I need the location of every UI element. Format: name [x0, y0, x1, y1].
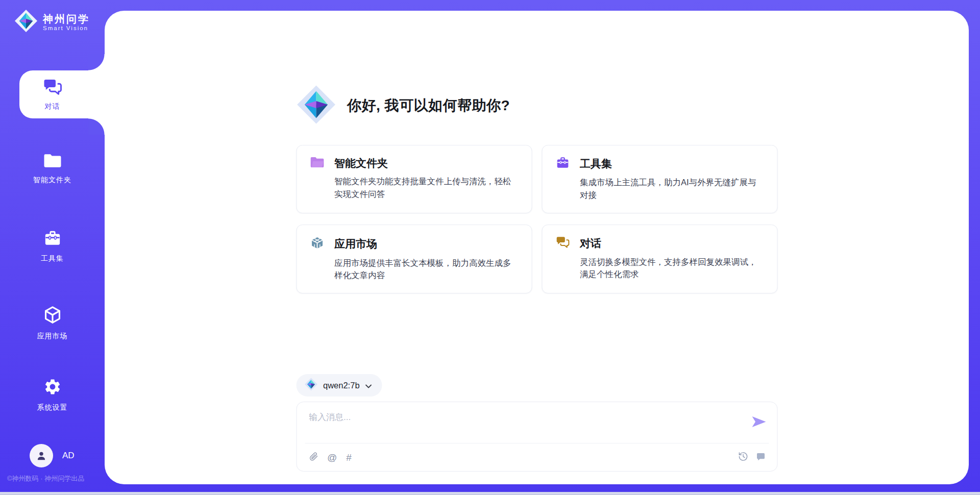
history-icon	[738, 451, 748, 463]
sidebar-item-settings[interactable]: 系统设置	[0, 378, 105, 412]
sidebar-item-toolset[interactable]: 工具集	[0, 230, 105, 263]
send-icon	[752, 421, 766, 429]
active-tab-curve-bottom	[88, 118, 105, 135]
window-bottom-edge	[0, 492, 980, 495]
history-button[interactable]	[738, 451, 748, 463]
toolbox-icon	[43, 230, 62, 249]
brand-subtitle: Smart Vision	[43, 25, 90, 31]
gear-icon	[43, 378, 62, 398]
message-input[interactable]	[309, 411, 738, 439]
attach-button[interactable]	[309, 452, 318, 463]
welcome-header: 你好, 我可以如何帮助你?	[296, 85, 777, 127]
composer-toolbar: @ #	[309, 443, 766, 471]
sidebar-item-label: 对话	[45, 102, 60, 111]
card-description: 灵活切换多模型文件，支持多样回复效果调试，满足个性化需求	[580, 256, 764, 281]
brand-title: 神州问学	[43, 13, 90, 25]
folder-icon	[43, 153, 62, 170]
model-name: qwen2:7b	[323, 381, 360, 390]
sidebar-item-label: 系统设置	[37, 403, 68, 412]
card-smart-folder[interactable]: 智能文件夹 智能文件夹功能支持批量文件上传与清洗，轻松实现文件问答	[296, 145, 532, 213]
sidebar-item-label: 智能文件夹	[33, 176, 71, 185]
card-title: 对话	[580, 236, 601, 251]
copyright-text: ©神州数码 · 神州问学出品	[7, 474, 104, 483]
card-description: 集成市场上主流工具，助力AI与外界无缝扩展与对接	[580, 176, 764, 202]
chat-bubbles-icon	[555, 236, 570, 251]
chat-panel-button[interactable]	[755, 452, 766, 463]
greeting-title: 你好, 我可以如何帮助你?	[347, 96, 510, 115]
card-toolset[interactable]: 工具集 集成市场上主流工具，助力AI与外界无缝扩展与对接	[542, 145, 777, 213]
chevron-down-icon	[365, 381, 372, 390]
paperclip-icon	[309, 452, 318, 463]
send-button[interactable]	[752, 416, 766, 429]
card-title: 工具集	[580, 157, 612, 171]
active-tab-curve-top	[88, 54, 105, 70]
message-composer: @ #	[296, 402, 777, 472]
user-name: AD	[62, 451, 75, 461]
card-title: 智能文件夹	[334, 156, 388, 170]
toolbox-icon	[555, 156, 570, 171]
folder-icon	[310, 156, 324, 170]
sidebar-item-chat[interactable]: 对话	[19, 70, 105, 118]
feature-cards: 智能文件夹 智能文件夹功能支持批量文件上传与清洗，轻松实现文件问答 工具集 集成…	[296, 145, 777, 293]
cube-grid-icon	[310, 236, 324, 252]
model-selector[interactable]: qwen2:7b	[296, 374, 382, 397]
chat-bubbles-icon	[42, 78, 63, 98]
brand-logo: 神州问学 Smart Vision	[14, 9, 90, 35]
avatar	[30, 444, 53, 467]
card-chat[interactable]: 对话 灵活切换多模型文件，支持多样回复效果调试，满足个性化需求	[542, 225, 777, 294]
chat-bubble-icon	[755, 452, 766, 463]
hash-icon[interactable]: #	[346, 453, 352, 462]
card-app-market[interactable]: 应用市场 应用市场提供丰富长文本模板，助力高效生成多样化文章内容	[296, 225, 532, 294]
card-description: 应用市场提供丰富长文本模板，助力高效生成多样化文章内容	[334, 257, 518, 282]
brand-diamond-icon	[304, 378, 317, 393]
brand-diamond-icon	[14, 9, 38, 35]
brand-diamond-icon	[296, 85, 336, 127]
app: { "brand": { "title": "神州问学", "subtitle"…	[0, 0, 980, 495]
card-title: 应用市场	[334, 237, 377, 251]
card-description: 智能文件夹功能支持批量文件上传与清洗，轻松实现文件问答	[334, 175, 518, 201]
main-panel: 你好, 我可以如何帮助你? 智能文件夹 智能文件夹功能支持批量文件上传与清洗，轻…	[105, 11, 969, 484]
sidebar-item-smart-folder[interactable]: 智能文件夹	[0, 153, 105, 185]
sidebar-item-label: 应用市场	[37, 332, 68, 341]
sidebar-item-app-market[interactable]: 应用市场	[0, 305, 105, 341]
sidebar-item-label: 工具集	[41, 254, 64, 263]
at-icon[interactable]: @	[327, 453, 337, 462]
user-profile[interactable]: AD	[30, 444, 75, 467]
cube-icon	[43, 305, 62, 326]
